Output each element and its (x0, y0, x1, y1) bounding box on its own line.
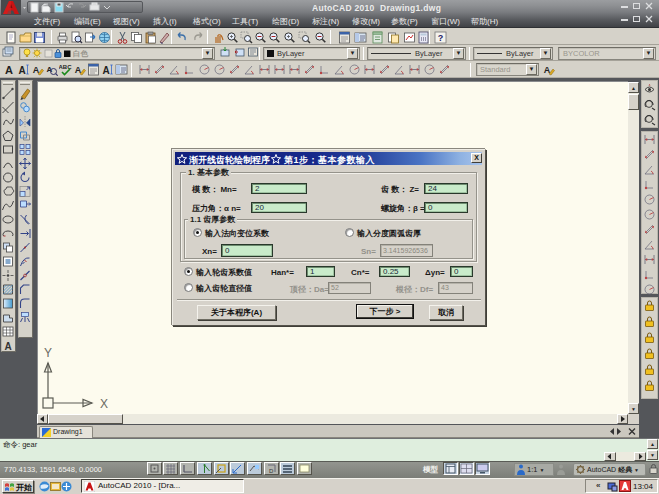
svg-text:D: D (269, 468, 274, 474)
svg-text:A: A (18, 65, 25, 76)
svg-text:A: A (5, 64, 13, 76)
svg-text:Y: Y (44, 346, 52, 360)
svg-text:A: A (4, 341, 11, 352)
svg-text:X: X (100, 397, 108, 410)
svg-text:A: A (102, 65, 109, 76)
svg-text:?: ? (438, 33, 444, 43)
